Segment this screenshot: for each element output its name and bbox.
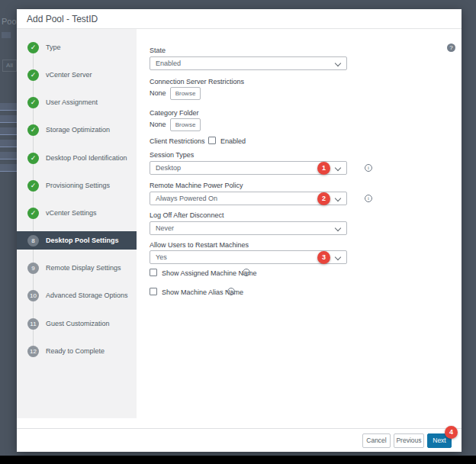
step-storage-optimization[interactable]: Storage Optimization	[17, 121, 137, 139]
dialog-header: Add Pool - TestID	[17, 9, 462, 29]
annotation-badge-4: 4	[445, 426, 458, 439]
screen-bottom-bar	[0, 456, 476, 464]
show-assigned-machine-name-info-icon[interactable]	[243, 269, 250, 276]
step-vcenter-server[interactable]: vCenter Server	[17, 66, 137, 84]
check-icon	[27, 124, 39, 136]
chevron-down-icon	[335, 254, 341, 260]
check-icon	[27, 69, 39, 81]
step-number: 8	[27, 235, 39, 246]
power-policy-info-icon[interactable]	[365, 195, 372, 202]
client-restrictions-label: Client Restrictions	[150, 137, 205, 145]
step-number: 11	[27, 318, 39, 330]
log-off-label: Log Off After Disconnect	[150, 211, 224, 219]
check-icon	[27, 180, 39, 192]
chevron-down-icon	[335, 225, 341, 231]
step-number: 10	[27, 290, 39, 301]
connection-server-restrictions-label: Connection Server Restrictions	[150, 78, 244, 85]
client-restrictions-checkbox[interactable]	[208, 137, 216, 144]
previous-button[interactable]: Previous	[394, 433, 424, 448]
category-folder-value: None	[150, 118, 166, 131]
background-link	[0, 115, 17, 123]
power-policy-label: Remote Machine Power Policy	[150, 182, 243, 189]
check-icon	[27, 153, 39, 164]
help-icon[interactable]	[447, 44, 455, 52]
background-page-title: Poo	[2, 17, 17, 26]
category-folder-label: Category Folder	[150, 109, 199, 117]
show-machine-alias-name-checkbox[interactable]	[150, 288, 157, 295]
session-types-label: Session Types	[150, 151, 194, 159]
client-restrictions-checkbox-label: Enabled	[220, 137, 246, 145]
step-number: 9	[27, 263, 39, 274]
category-folder-browse-button[interactable]: Browse	[170, 118, 201, 131]
background-link	[0, 140, 17, 147]
show-machine-alias-name-info-icon[interactable]	[227, 288, 235, 295]
cancel-button[interactable]: Cancel	[362, 433, 391, 448]
step-remote-display-settings[interactable]: 9 Remote Display Settings	[17, 259, 137, 277]
connection-server-restrictions-value: None	[150, 87, 166, 100]
annotation-badge-3: 3	[317, 251, 330, 264]
step-desktop-pool-identification[interactable]: Desktop Pool Identification	[17, 149, 137, 167]
state-label: State	[150, 47, 166, 54]
show-assigned-machine-name-checkbox[interactable]	[150, 269, 157, 276]
background-link	[0, 152, 17, 160]
check-icon	[27, 208, 39, 219]
check-icon	[27, 97, 39, 108]
dialog-title: Add Pool - TestID	[27, 9, 98, 29]
state-select[interactable]: Enabled	[150, 56, 347, 70]
background-filter-button: All	[2, 60, 17, 72]
log-off-select[interactable]: Never	[150, 221, 347, 235]
dialog-footer: Cancel Previous Next	[17, 428, 462, 452]
add-pool-dialog: Add Pool - TestID Type vCenter Server Us…	[17, 9, 462, 452]
chevron-down-icon	[335, 60, 341, 66]
background-link	[0, 103, 17, 111]
background-link	[0, 127, 17, 135]
chevron-down-icon	[335, 165, 341, 171]
step-guest-customization[interactable]: 11 Guest Customization	[17, 314, 137, 333]
annotation-badge-1: 1	[317, 162, 330, 175]
background-link	[0, 164, 17, 172]
step-advanced-storage-options[interactable]: 10 Advanced Storage Options	[17, 286, 137, 304]
background-fragment	[2, 32, 11, 38]
step-number: 12	[27, 346, 39, 357]
step-type[interactable]: Type	[17, 38, 137, 56]
step-user-assignment[interactable]: User Assignment	[17, 93, 137, 111]
chevron-down-icon	[335, 195, 341, 201]
allow-restart-label: Allow Users to Restart Machines	[150, 241, 249, 249]
step-ready-to-complete[interactable]: 12 Ready to Complete	[17, 342, 137, 360]
session-types-info-icon[interactable]	[365, 164, 372, 172]
step-vcenter-settings[interactable]: vCenter Settings	[17, 204, 137, 222]
annotation-badge-2: 2	[317, 192, 330, 205]
step-provisioning-settings[interactable]: Provisioning Settings	[17, 176, 137, 195]
step-desktop-pool-settings[interactable]: 8 Desktop Pool Settings	[17, 231, 137, 250]
connection-server-restrictions-browse-button[interactable]: Browse	[170, 87, 201, 100]
check-icon	[27, 42, 39, 53]
